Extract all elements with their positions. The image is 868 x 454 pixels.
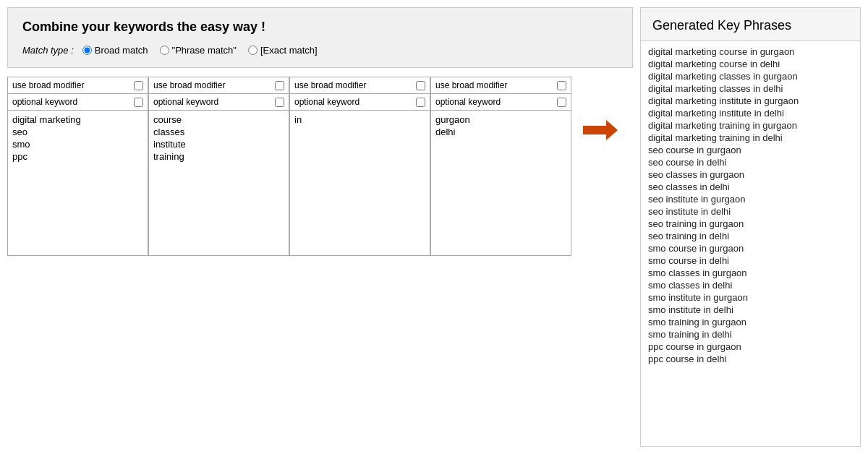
phrases-list[interactable]: digital marketing course in gurgaondigit… — [641, 41, 860, 446]
radio-phrase-input[interactable] — [160, 46, 169, 55]
phrase-item: digital marketing training in gurgaon — [648, 119, 853, 132]
phrase-item: smo classes in delhi — [648, 279, 853, 291]
optional-keyword-row-2: optional keyword — [149, 94, 289, 111]
match-type-label: Match type : — [22, 45, 74, 56]
radio-exact-label: [Exact match] — [260, 45, 318, 56]
keyword-item: seo — [12, 126, 143, 138]
optional-keyword-row-3: optional keyword — [290, 94, 430, 111]
broad-modifier-checkbox[interactable] — [134, 81, 143, 90]
keyword-item: delhi — [435, 126, 566, 138]
phrase-item: seo course in delhi — [648, 156, 853, 168]
broad-modifier-checkbox[interactable] — [557, 81, 566, 90]
keywords-list-1: digital marketingseosmoppc — [8, 111, 148, 255]
radio-broad-input[interactable] — [82, 46, 92, 55]
broad-modifier-row-3: use broad modifier — [290, 77, 430, 94]
phrase-item: seo institute in gurgaon — [648, 193, 853, 205]
columns-area: use broad modifieroptional keyworddigita… — [7, 77, 633, 256]
optional-keyword-label: optional keyword — [294, 97, 359, 107]
broad-modifier-row-2: use broad modifier — [149, 77, 289, 94]
keyword-item: ppc — [12, 150, 143, 163]
broad-modifier-checkbox[interactable] — [275, 81, 284, 90]
phrase-item: seo training in delhi — [648, 230, 853, 242]
phrase-item: ppc course in gurgaon — [648, 340, 853, 353]
optional-keyword-label: optional keyword — [153, 97, 218, 107]
radio-exact[interactable]: [Exact match] — [248, 45, 318, 56]
phrase-item: smo institute in delhi — [648, 304, 853, 316]
optional-keyword-checkbox[interactable] — [275, 98, 284, 107]
header-box: Combine your keywords the easy way ! Mat… — [7, 7, 633, 68]
radio-phrase-label: "Phrase match" — [172, 45, 237, 56]
optional-keyword-label: optional keyword — [435, 97, 501, 107]
keyword-item: in — [294, 113, 425, 126]
broad-modifier-row-1: use broad modifier — [8, 77, 148, 94]
keyword-item: digital marketing — [12, 113, 143, 126]
broad-modifier-label: use broad modifier — [294, 80, 366, 90]
svg-marker-0 — [583, 120, 618, 140]
arrow-icon — [583, 120, 618, 140]
broad-modifier-checkbox[interactable] — [416, 81, 425, 90]
right-panel: Generated Key Phrases digital marketing … — [640, 7, 861, 447]
match-type-row: Match type : Broad match "Phrase match" … — [22, 45, 618, 56]
phrase-item: smo classes in gurgaon — [648, 267, 853, 279]
right-panel-title: Generated Key Phrases — [641, 8, 860, 41]
radio-phrase[interactable]: "Phrase match" — [160, 45, 237, 56]
keywords-list-2: courseclassesinstitutetraining — [149, 111, 289, 255]
phrase-item: seo classes in gurgaon — [648, 168, 853, 181]
phrase-item: digital marketing institute in delhi — [648, 107, 853, 119]
phrase-item: ppc course in delhi — [648, 353, 853, 365]
keyword-column-4: use broad modifieroptional keywordgurgao… — [430, 77, 571, 256]
keyword-column-2: use broad modifieroptional keywordcourse… — [148, 77, 289, 256]
radio-exact-input[interactable] — [248, 46, 258, 55]
phrase-item: smo training in gurgaon — [648, 316, 853, 328]
phrase-item: seo classes in delhi — [648, 181, 853, 193]
phrase-item: digital marketing course in gurgaon — [648, 46, 853, 58]
phrase-item: smo course in delhi — [648, 254, 853, 267]
optional-keyword-label: optional keyword — [12, 97, 77, 107]
optional-keyword-checkbox[interactable] — [557, 98, 566, 107]
left-panel: Combine your keywords the easy way ! Mat… — [7, 7, 633, 447]
radio-broad-label: Broad match — [95, 45, 148, 56]
keyword-column-1: use broad modifieroptional keyworddigita… — [7, 77, 148, 256]
keyword-item: classes — [153, 126, 284, 138]
phrase-item: digital marketing classes in delhi — [648, 82, 853, 95]
keyword-item: institute — [153, 138, 284, 150]
arrow-container — [571, 77, 629, 140]
broad-modifier-label: use broad modifier — [153, 80, 225, 90]
broad-modifier-row-4: use broad modifier — [431, 77, 571, 94]
keyword-column-3: use broad modifieroptional keywordin — [289, 77, 430, 256]
broad-modifier-label: use broad modifier — [12, 80, 84, 90]
radio-broad[interactable]: Broad match — [82, 45, 148, 56]
phrase-item: digital marketing institute in gurgaon — [648, 95, 853, 107]
keywords-list-3: in — [290, 111, 430, 255]
page-title: Combine your keywords the easy way ! — [22, 20, 618, 35]
optional-keyword-checkbox[interactable] — [134, 98, 143, 107]
phrase-item: smo training in delhi — [648, 328, 853, 340]
keyword-item: gurgaon — [435, 113, 566, 126]
phrase-item: smo institute in gurgaon — [648, 291, 853, 304]
phrase-item: seo institute in delhi — [648, 205, 853, 218]
phrase-item: digital marketing classes in gurgaon — [648, 70, 853, 82]
phrase-item: digital marketing training in delhi — [648, 132, 853, 144]
phrase-item: seo course in gurgaon — [648, 144, 853, 156]
radio-group: Broad match "Phrase match" [Exact match] — [82, 45, 318, 56]
optional-keyword-checkbox[interactable] — [416, 98, 425, 107]
broad-modifier-label: use broad modifier — [435, 80, 507, 90]
optional-keyword-row-4: optional keyword — [431, 94, 571, 111]
keyword-item: training — [153, 150, 284, 163]
keyword-item: course — [153, 113, 284, 126]
phrase-item: seo training in gurgaon — [648, 218, 853, 230]
phrase-item: digital marketing course in delhi — [648, 58, 853, 70]
keywords-list-4: gurgaondelhi — [431, 111, 571, 255]
keyword-item: smo — [12, 138, 143, 150]
phrase-item: smo course in gurgaon — [648, 242, 853, 254]
optional-keyword-row-1: optional keyword — [8, 94, 148, 111]
